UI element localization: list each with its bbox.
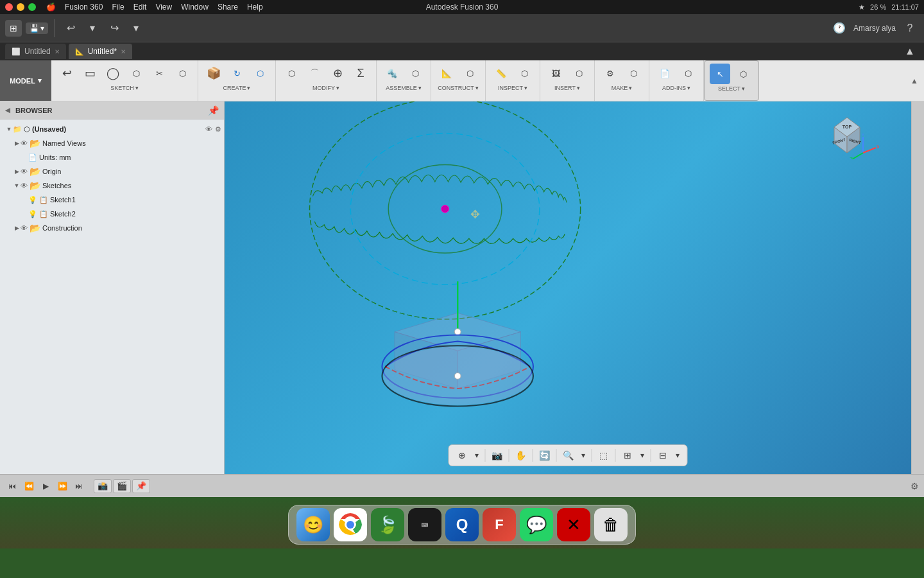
timeline-prev-button[interactable]: ⏪	[22, 479, 36, 493]
grid-display-icon[interactable]: ⊞	[620, 448, 635, 463]
modify-press-icon[interactable]: ⬡	[281, 63, 302, 83]
origin-expand-icon[interactable]: ▶	[13, 168, 21, 175]
named-views-expand-icon[interactable]: ▶	[13, 140, 21, 146]
modify-move-icon[interactable]: ⊕	[327, 63, 348, 83]
history-button[interactable]: 🕐	[830, 19, 848, 37]
dock-finder-icon[interactable]: 😊	[296, 508, 330, 541]
tree-item-origin[interactable]: ▶ 👁 📂 Origin	[0, 164, 224, 179]
dock-app8-icon[interactable]: ✕	[557, 508, 590, 541]
dock-terminal-icon[interactable]: ⌨	[408, 508, 441, 541]
view-layout-icon[interactable]: ⊟	[655, 448, 671, 463]
tree-item-named-views[interactable]: ▶ 👁 📂 Named Views	[0, 136, 224, 150]
sketches-expand-icon[interactable]: ▼	[13, 182, 21, 189]
insert-more-icon[interactable]: ⬡	[569, 63, 589, 83]
tree-item-sketch2[interactable]: 💡 📋 Sketch2	[0, 207, 224, 221]
maximize-button[interactable]	[28, 3, 36, 11]
insert-label[interactable]: INSERT▾	[554, 85, 580, 91]
display-mode-icon[interactable]: ⬚	[596, 448, 612, 463]
sketch-project-icon[interactable]: ⬡	[172, 63, 193, 83]
sketch2-eye-icon[interactable]: 💡	[28, 210, 37, 218]
camera-icon[interactable]: 📷	[490, 448, 505, 463]
browser-pin-icon[interactable]: 📌	[208, 105, 219, 116]
sketches-eye-icon[interactable]: 👁	[21, 182, 28, 189]
assemble-label[interactable]: ASSEMBLE▾	[386, 85, 422, 91]
sketch-trim-icon[interactable]: ✂	[149, 63, 169, 83]
sketch1-eye-icon[interactable]: 💡	[28, 196, 37, 204]
ribbon-addins-group[interactable]: 📄 ⬡ ADD-INS▾	[649, 60, 704, 101]
ribbon-insert-group[interactable]: 🖼 ⬡ INSERT▾	[540, 60, 595, 101]
timeline-settings-gear[interactable]: ⚙	[911, 481, 919, 491]
make-label[interactable]: MAKE▾	[612, 85, 633, 91]
construct-more-icon[interactable]: ⬡	[459, 63, 480, 83]
rotate-icon[interactable]: 🔄	[537, 448, 552, 463]
create-more-icon[interactable]: ⬡	[250, 63, 270, 83]
inspect-label[interactable]: INSPECT▾	[498, 85, 527, 91]
window-controls[interactable]	[5, 3, 36, 11]
orbit-dropdown[interactable]: ▾	[472, 450, 481, 461]
ribbon-sketch-group[interactable]: ↩ ▭ ◯ ⬡ ✂ ⬡ SKETCH▾	[51, 60, 198, 101]
addins-label[interactable]: ADD-INS▾	[662, 85, 690, 91]
dock-trash-icon[interactable]: 🗑	[594, 508, 628, 541]
3d-viewport[interactable]: ✥	[225, 101, 911, 474]
zoom-dropdown[interactable]: ▾	[579, 450, 588, 461]
apple-menu[interactable]: 🍎	[46, 3, 56, 12]
redo-dropdown[interactable]: ▾	[127, 19, 145, 37]
timeline-first-button[interactable]: ⏮	[5, 479, 19, 493]
ribbon-modify-group[interactable]: ⬡ ⌒ ⊕ Σ MODIFY▾	[276, 60, 377, 101]
file-menu-button[interactable]: 💾 ▾	[26, 22, 48, 34]
sketch-undo-icon[interactable]: ↩	[56, 63, 77, 83]
select-label[interactable]: SELECT▾	[718, 85, 745, 92]
dock-leaf-icon[interactable]: 🍃	[371, 508, 404, 541]
timeline-last-button[interactable]: ⏭	[72, 479, 86, 493]
create-label[interactable]: CREATE▾	[223, 85, 251, 91]
grid-button[interactable]: ⊞	[5, 20, 22, 37]
tree-item-construction[interactable]: ▶ 👁 📂 Construction	[0, 221, 224, 235]
mac-menu-bar[interactable]: 🍎 Fusion 360 File Edit View Window Share…	[46, 3, 263, 12]
timeline-record-icon[interactable]: 🎬	[113, 479, 131, 493]
root-settings-icon[interactable]: ⚙	[215, 125, 221, 134]
select-main-icon[interactable]: ↖	[710, 64, 730, 84]
modify-sum-icon[interactable]: Σ	[350, 63, 371, 83]
addins-more-icon[interactable]: ⬡	[678, 63, 698, 83]
addins-script-icon[interactable]: 📄	[654, 63, 675, 83]
tree-item-root[interactable]: ▼ 📁 ⬡ (Unsaved) 👁 ⚙	[0, 122, 224, 136]
undo-button[interactable]: ↩	[62, 19, 80, 37]
collapse-panel-button[interactable]: ▲	[901, 42, 919, 60]
sketch-rect-icon[interactable]: ▭	[80, 63, 100, 83]
tab-untitled-close[interactable]: ✕	[55, 48, 60, 55]
root-expand-icon[interactable]: ▼	[5, 126, 13, 132]
named-views-eye-icon[interactable]: 👁	[21, 139, 28, 147]
construction-eye-icon[interactable]: 👁	[21, 224, 28, 232]
timeline-play-button[interactable]: ▶	[38, 479, 53, 493]
grid-dropdown[interactable]: ▾	[638, 450, 647, 461]
tree-item-sketch1[interactable]: 💡 📋 Sketch1	[0, 193, 224, 207]
help-button[interactable]: ?	[901, 19, 919, 37]
timeline-pin-icon[interactable]: 📌	[132, 479, 150, 493]
timeline-capture-icon[interactable]: 📸	[94, 479, 112, 493]
ribbon-assemble-group[interactable]: 🔩 ⬡ ASSEMBLE▾	[377, 60, 431, 101]
construction-expand-icon[interactable]: ▶	[13, 225, 21, 231]
redo-button[interactable]: ↪	[105, 19, 123, 37]
user-menu[interactable]: Amarsy alya	[853, 24, 896, 33]
3d-canvas[interactable]: ✥	[225, 101, 911, 474]
ribbon-select-group[interactable]: ↖ ⬡ SELECT▾	[704, 60, 759, 101]
close-button[interactable]	[5, 3, 13, 11]
modify-fillet-icon[interactable]: ⌒	[304, 63, 325, 83]
ribbon-create-group[interactable]: 📦 ↻ ⬡ CREATE▾	[198, 60, 276, 101]
model-mode-button[interactable]: MODEL ▾	[0, 60, 51, 101]
dock-chrome-icon[interactable]	[334, 508, 367, 541]
dock-quad-icon[interactable]: Q	[445, 508, 479, 541]
sketch-circle-icon[interactable]: ◯	[103, 63, 123, 83]
undo-dropdown[interactable]: ▾	[83, 19, 101, 37]
inspect-more-icon[interactable]: ⬡	[514, 63, 535, 83]
root-eye-icon[interactable]: 👁	[205, 125, 212, 133]
tree-item-sketches[interactable]: ▼ 👁 📂 Sketches	[0, 179, 224, 193]
tab-untitled-star[interactable]: 📐 Untitled* ✕	[69, 44, 132, 59]
select-more-icon[interactable]: ⬡	[733, 64, 753, 84]
sketch-label[interactable]: SKETCH▾	[110, 85, 139, 91]
ribbon-collapse-icon[interactable]: ▲	[911, 76, 918, 85]
sketch-poly-icon[interactable]: ⬡	[126, 63, 146, 83]
menu-help[interactable]: Help	[247, 3, 263, 12]
tab-active-close[interactable]: ✕	[121, 48, 126, 55]
make-3d-icon[interactable]: ⚙	[600, 63, 620, 83]
